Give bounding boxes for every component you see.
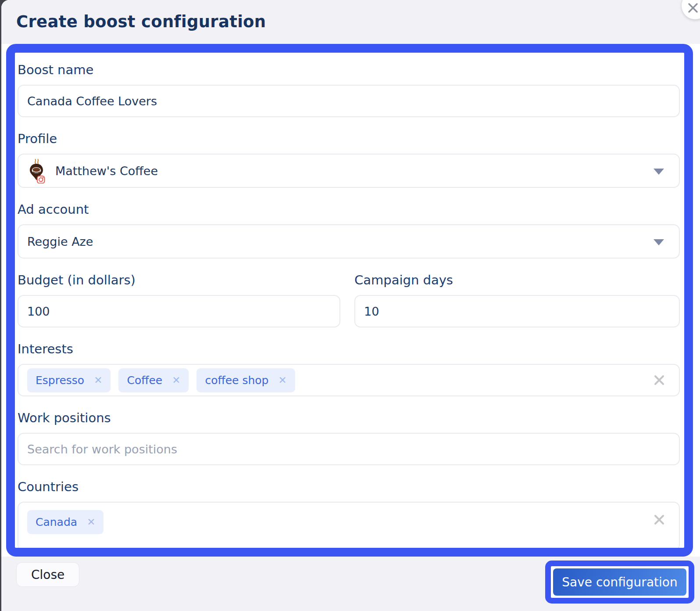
coffee-pin-logo-icon xyxy=(27,158,46,183)
ad-account-select[interactable]: Reggie Aze xyxy=(18,224,680,259)
boost-name-label: Boost name xyxy=(18,62,680,77)
interests-label: Interests xyxy=(18,341,680,356)
profile-selected-value: Matthew's Coffee xyxy=(55,164,158,178)
work-positions-label: Work positions xyxy=(18,410,680,425)
save-configuration-button[interactable]: Save configuration xyxy=(553,568,686,596)
interest-tag[interactable]: Coffee ✕ xyxy=(118,368,189,392)
work-positions-placeholder: Search for work positions xyxy=(27,442,177,456)
screen-backdrop: Create boost configuration Boost name C xyxy=(0,0,700,611)
country-tag-label: Canada xyxy=(36,516,77,528)
remove-tag-icon[interactable]: ✕ xyxy=(278,375,286,385)
boost-form: Boost name Canada Coffee Lovers Profile xyxy=(15,53,684,551)
ad-account-selected-value: Reggie Aze xyxy=(27,235,93,248)
chevron-down-icon xyxy=(654,169,664,175)
country-tag[interactable]: Canada ✕ xyxy=(27,510,104,534)
interest-tag[interactable]: coffee shop ✕ xyxy=(196,368,295,392)
form-highlight-frame: Boost name Canada Coffee Lovers Profile xyxy=(6,44,693,557)
close-button[interactable]: Close xyxy=(16,562,79,587)
campaign-days-label: Campaign days xyxy=(354,273,680,288)
interest-tag-label: coffee shop xyxy=(205,374,268,387)
countries-group: Countries Canada ✕ xyxy=(18,479,680,551)
interest-tag-label: Espresso xyxy=(36,374,84,387)
modal-header: Create boost configuration xyxy=(1,0,700,44)
remove-tag-icon[interactable]: ✕ xyxy=(94,375,102,385)
profile-group: Profile xyxy=(18,131,680,188)
boost-name-group: Boost name Canada Coffee Lovers xyxy=(18,62,680,117)
remove-tag-icon[interactable]: ✕ xyxy=(172,375,180,385)
profile-label: Profile xyxy=(18,131,680,146)
budget-label: Budget (in dollars) xyxy=(18,273,340,288)
interest-tag-label: Coffee xyxy=(127,374,162,387)
chevron-down-icon xyxy=(654,239,664,245)
countries-clear-icon[interactable] xyxy=(653,513,666,526)
campaign-days-input[interactable]: 10 xyxy=(354,295,680,327)
budget-days-row: Budget (in dollars) 100 Campaign days 10 xyxy=(18,273,680,327)
interests-clear-icon[interactable] xyxy=(653,374,666,387)
modal-footer: Close Save configuration xyxy=(1,557,700,611)
modal-body: Boost name Canada Coffee Lovers Profile xyxy=(1,44,700,557)
countries-label: Countries xyxy=(18,479,680,494)
close-icon xyxy=(687,0,700,14)
interests-group: Interests Espresso ✕ Coffee ✕ xyxy=(18,341,680,396)
profile-select[interactable]: Matthew's Coffee xyxy=(18,154,680,188)
save-highlight-frame: Save configuration xyxy=(545,561,694,604)
interests-multiselect[interactable]: Espresso ✕ Coffee ✕ coffee sho xyxy=(18,364,680,396)
work-positions-group: Work positions Search for work positions xyxy=(18,410,680,465)
countries-multiselect[interactable]: Canada ✕ xyxy=(18,502,680,551)
work-positions-search-input[interactable]: Search for work positions xyxy=(18,433,680,465)
boost-name-value: Canada Coffee Lovers xyxy=(27,94,157,108)
budget-value: 100 xyxy=(27,305,50,318)
interest-tag[interactable]: Espresso ✕ xyxy=(27,368,111,392)
create-boost-modal: Create boost configuration Boost name C xyxy=(1,0,700,611)
campaign-days-group: Campaign days 10 xyxy=(354,273,680,327)
dialog-title: Create boost configuration xyxy=(16,12,266,31)
campaign-days-value: 10 xyxy=(364,305,379,318)
ad-account-group: Ad account Reggie Aze xyxy=(18,202,680,259)
dialog-close-button[interactable] xyxy=(682,0,700,19)
remove-tag-icon[interactable]: ✕ xyxy=(87,517,95,527)
boost-name-input[interactable]: Canada Coffee Lovers xyxy=(18,85,680,117)
budget-group: Budget (in dollars) 100 xyxy=(18,273,340,327)
ad-account-label: Ad account xyxy=(18,202,680,217)
budget-input[interactable]: 100 xyxy=(18,295,340,327)
